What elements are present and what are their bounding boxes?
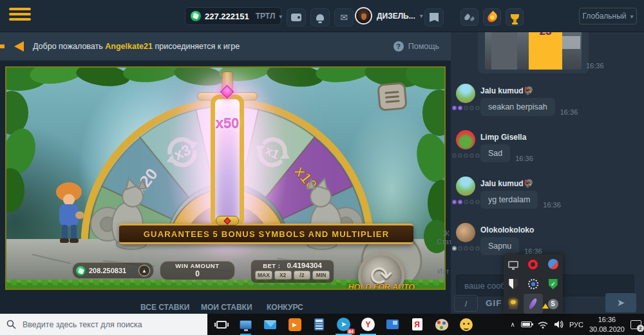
avatar[interactable] — [456, 223, 475, 242]
notifications-button[interactable] — [310, 8, 330, 26]
wallet-button[interactable] — [287, 8, 306, 26]
mail-button[interactable]: ✉ — [334, 8, 354, 26]
wallet-icon — [291, 14, 301, 21]
balance-pill[interactable]: 227.222151 ТРТЛ ▾ — [185, 7, 281, 25]
chevron-down-icon: ▾ — [630, 13, 634, 20]
telegram-button[interactable]: ➤ 84 — [335, 316, 352, 333]
photo-player: LAKERS 23 — [529, 32, 562, 70]
sword-frame: x50 — [211, 95, 244, 230]
calculator-button[interactable] — [310, 316, 328, 333]
flame-icon — [486, 10, 499, 24]
banner-ornament — [216, 216, 239, 225]
chevron-down-icon: ▾ — [279, 13, 282, 20]
icq-button[interactable] — [457, 316, 475, 333]
tray-security-check-icon[interactable]: ✓ — [543, 274, 563, 294]
game-frame: x1 x20 x3 x1 x100 x20 — [5, 66, 446, 290]
bet-half-button[interactable]: /2 — [294, 271, 311, 280]
bet-x2-button[interactable]: X2 — [274, 271, 292, 280]
wifi-icon[interactable] — [538, 321, 548, 329]
game-menu-button[interactable] — [377, 82, 407, 111]
search-icon — [6, 320, 16, 329]
game-balance-panel: 208.250831 ▲ — [72, 262, 154, 279]
message-time: 16:36 — [586, 62, 604, 70]
tray-player-icon[interactable] — [524, 274, 544, 294]
avatar — [355, 7, 372, 24]
user-level-dots — [452, 246, 480, 251]
coin-icon — [191, 11, 201, 21]
action-center-icon[interactable]: 2 — [630, 320, 641, 329]
balance-amount: 227.222151 — [205, 12, 249, 21]
user-level-dots — [452, 200, 480, 204]
paint-button[interactable] — [433, 316, 450, 333]
win-amount-value: 0 — [195, 270, 200, 279]
battery-icon[interactable] — [521, 321, 532, 327]
help-button[interactable]: ? Помощь — [393, 41, 439, 52]
clipped-text: Ист — [437, 267, 449, 275]
chevron-down-icon: ▾ — [420, 12, 423, 19]
currency-selector[interactable]: ТРТЛ — [256, 12, 276, 21]
tray-keyboard-icon[interactable] — [504, 294, 524, 314]
send-message-button[interactable]: ➤ — [605, 293, 636, 312]
tray-drive-icon[interactable] — [543, 254, 563, 274]
speaker-icon[interactable] — [554, 320, 564, 329]
banner: GUARANTEES 5 BONUS SYMBOLS AND MULTIPLIE… — [119, 224, 413, 244]
tab-my-bets[interactable]: МОИ СТАВКИ — [201, 303, 252, 312]
message-time: 16:36 — [560, 108, 578, 116]
tab-contest[interactable]: КОНКУРС — [267, 303, 303, 312]
windows-taskbar: ▶ ➤ 84 Y Я ∧ РУС 16:36 30.08.2020 2 — [0, 314, 644, 335]
taskbar-search[interactable] — [0, 314, 207, 335]
taskbar-search-input[interactable] — [23, 320, 196, 329]
notice-text: Добро пожаловать Angelkate21 присоединяе… — [33, 42, 240, 51]
send-icon: ➤ — [617, 297, 625, 309]
language-indicator[interactable]: РУС — [569, 321, 583, 329]
username: ДИЗЕЛЬ... — [377, 12, 415, 21]
hot-button[interactable] — [483, 8, 501, 26]
tray-opera-icon[interactable] — [524, 254, 544, 274]
avatar[interactable] — [456, 84, 475, 103]
tray-monitor-icon[interactable] — [504, 254, 524, 274]
chat-room-selector[interactable]: Глобальный ▾ — [579, 8, 637, 24]
notice-username[interactable]: Angelkate21 — [105, 42, 153, 51]
notice-bar: Добро пожаловать Angelkate21 присоединяе… — [0, 32, 451, 61]
bet-panel: BET : 0.4194304 MAX X2 /2 MIN — [251, 260, 334, 283]
message-text: Sapnu — [480, 237, 519, 255]
clipped-text: Стат — [437, 238, 452, 245]
yandex-button[interactable]: Я — [408, 316, 426, 333]
message-text: seakan berpisah — [480, 98, 555, 116]
contest-button[interactable] — [506, 8, 524, 26]
avatar[interactable] — [456, 130, 475, 149]
balance-up-button[interactable]: ▲ — [138, 265, 150, 276]
task-view-button[interactable] — [213, 316, 230, 333]
win-amount-panel: WIN AMOUNT 0 — [160, 261, 235, 280]
tray-expand-chevron[interactable]: ∧ — [511, 321, 515, 328]
user-menu[interactable]: ДИЗЕЛЬ... ▾ — [355, 7, 423, 24]
tab-all-bets[interactable]: ВСЕ СТАВКИ — [140, 303, 189, 312]
turkey-emoji: 🦃 — [524, 179, 533, 188]
bet-min-button[interactable]: MIN — [312, 271, 330, 280]
chat-photo-message: LAKERS 23 — [478, 32, 589, 73]
hold-for-auto-label: HOLD FOR AUTO — [335, 283, 428, 290]
question-icon: ? — [393, 41, 404, 52]
mail-app-button[interactable] — [261, 316, 279, 333]
file-explorer-button[interactable] — [237, 316, 254, 333]
chat-room-label: Глобальный — [582, 12, 626, 21]
bookmark-icon — [430, 13, 439, 22]
rain-button[interactable] — [460, 8, 478, 26]
tray-feather-icon[interactable] — [524, 294, 544, 314]
bet-max-button[interactable]: MAX — [255, 271, 272, 280]
tray-defender-warning-icon[interactable] — [504, 274, 524, 294]
system-tray-popup: ✓ S — [504, 254, 563, 314]
basketball-photo[interactable]: LAKERS 23 — [485, 32, 582, 70]
character — [56, 182, 84, 243]
yandex-browser-button[interactable]: Y — [359, 316, 377, 333]
media-player-button[interactable]: ▶ — [286, 316, 303, 333]
photos-button[interactable] — [384, 316, 401, 333]
menu-hamburger-icon[interactable] — [9, 8, 31, 24]
message-text: Sad — [480, 144, 510, 162]
notification-badge: 2 — [637, 325, 644, 332]
gif-button[interactable]: GIF — [486, 298, 502, 308]
journal-button[interactable] — [424, 8, 444, 26]
slash-command-button[interactable]: / — [454, 295, 478, 312]
avatar[interactable] — [456, 177, 475, 196]
clock[interactable]: 16:36 30.08.2020 — [589, 315, 625, 334]
